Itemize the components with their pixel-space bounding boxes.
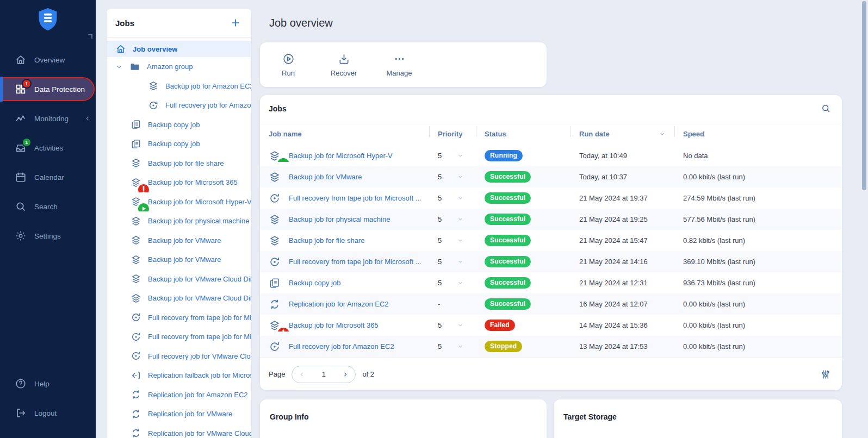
- sidebar-collapse-corner-icon[interactable]: [88, 34, 92, 39]
- tree-item-label: Backup job for Amazon EC2: [165, 82, 251, 90]
- collapse-chevron-icon[interactable]: [84, 115, 91, 122]
- column-header-job-name[interactable]: Job name: [269, 122, 429, 145]
- job-name-link[interactable]: Full recovery from tape job for Microsof…: [289, 258, 421, 266]
- tree-item-label: Backup job for VMware: [148, 255, 221, 264]
- group-info-title: Group Info: [270, 412, 537, 421]
- sidebar-item-help[interactable]: Help: [0, 373, 96, 395]
- table-row[interactable]: Backup job for physical machine5Successf…: [260, 209, 842, 230]
- tree-item-label: Replication job for Amazon EC2: [148, 391, 248, 399]
- sidebar-item-calendar[interactable]: Calendar: [0, 166, 96, 188]
- tree-item-replication-job-for-amazon-ec2[interactable]: Replication job for Amazon EC2: [107, 385, 251, 405]
- tree-item-backup-copy-job[interactable]: Backup copy job: [107, 134, 251, 154]
- sidebar-item-search[interactable]: Search: [0, 196, 96, 217]
- table-row[interactable]: Backup job for VMware5SuccessfulToday, a…: [260, 166, 842, 187]
- column-header-priority[interactable]: Priority: [429, 122, 476, 145]
- tree-item-replication-job-for-vmware-cloud-director[interactable]: Replication job for VMware Cloud Directo…: [107, 424, 251, 438]
- tree-item-backup-job-for-microsoft-365[interactable]: Backup job for Microsoft 365: [107, 173, 251, 192]
- table-row[interactable]: Backup copy job5Successful21 May 2024 at…: [260, 272, 842, 293]
- tree-item-job-overview[interactable]: Job overview: [107, 41, 251, 57]
- run-button[interactable]: Run: [268, 53, 309, 77]
- expander-chevron-down-icon[interactable]: [115, 63, 123, 71]
- tree-item-full-recovery-job-for-amazon-ec2[interactable]: Full recovery job for Amazon EC2: [107, 96, 251, 115]
- priority-dropdown-chevron-icon[interactable]: [457, 322, 464, 329]
- priority-dropdown-chevron-icon[interactable]: [457, 195, 464, 202]
- tree-item-backup-job-for-file-share[interactable]: Backup job for file share: [107, 154, 251, 173]
- priority-dropdown-chevron-icon[interactable]: [457, 237, 464, 244]
- job-name-link[interactable]: Backup job for file share: [289, 236, 364, 245]
- status-badge: Running: [485, 150, 523, 161]
- priority-dropdown-chevron-icon[interactable]: [457, 152, 464, 159]
- backup-job-icon: [131, 273, 141, 284]
- tree-item-backup-job-for-vmware-cloud-director[interactable]: Backup job for VMware Cloud Director: [107, 289, 251, 308]
- table-row[interactable]: Replication job for Amazon EC2-Successfu…: [260, 293, 842, 315]
- tree-item-backup-job-for-vmware[interactable]: Backup job for VMware: [107, 250, 251, 270]
- tree-item-amazon-group[interactable]: Amazon group: [107, 57, 251, 77]
- home-job-icon: [115, 43, 126, 54]
- sidebar-item-data-protection[interactable]: 1Data Protection: [0, 78, 94, 100]
- job-actions-toolbar: RunRecoverManage: [260, 42, 547, 87]
- tree-item-backup-job-for-physical-machine[interactable]: Backup job for physical machine: [107, 211, 251, 231]
- tree-item-full-recovery-job-for-vmware-cloud-director[interactable]: Full recovery job for VMware Cloud Direc…: [107, 347, 251, 366]
- priority-dropdown-chevron-icon[interactable]: [457, 258, 464, 265]
- priority-dropdown-chevron-icon[interactable]: [457, 279, 464, 286]
- running-badge-icon: [277, 158, 283, 162]
- sidebar-item-activities[interactable]: 1Activities: [0, 137, 96, 159]
- sidebar-item-monitoring[interactable]: Monitoring: [0, 108, 96, 129]
- sort-chevron-down-icon[interactable]: [659, 130, 666, 137]
- prev-page-button[interactable]: [292, 366, 312, 383]
- tree-item-backup-job-for-vmware[interactable]: Backup job for VMware: [107, 231, 251, 251]
- job-name-link[interactable]: Backup copy job: [289, 279, 340, 287]
- sidebar-item-logout[interactable]: Logout: [0, 402, 96, 424]
- table-row[interactable]: Backup job for file share5Successful21 M…: [260, 230, 842, 251]
- job-name-link[interactable]: Full recovery job for Amazon EC2: [289, 342, 394, 351]
- priority-dropdown-chevron-icon[interactable]: [457, 343, 464, 350]
- table-settings-sliders-icon[interactable]: [820, 369, 831, 380]
- sidebar-item-label: Monitoring: [34, 115, 69, 123]
- recover-button[interactable]: Recover: [323, 53, 364, 77]
- add-job-button[interactable]: [230, 17, 241, 29]
- table-row[interactable]: Backup job for Microsoft 3655Failed14 Ma…: [260, 315, 842, 336]
- table-search-icon[interactable]: [821, 103, 831, 114]
- priority-dropdown-chevron-icon[interactable]: [457, 216, 464, 223]
- speed-value: 0.82 kbit/s (last run): [674, 236, 833, 245]
- table-row[interactable]: Full recovery from tape job for Microsof…: [260, 187, 842, 209]
- tree-item-label: Replication failback job for Microsoft H…: [148, 371, 251, 379]
- priority-value: 5: [438, 236, 442, 245]
- job-name-link[interactable]: Backup job for Microsoft Hyper-V: [289, 152, 393, 160]
- job-name-link[interactable]: Backup job for VMware: [289, 173, 362, 181]
- job-name-link[interactable]: Backup job for physical machine: [289, 215, 390, 223]
- column-header-run-date[interactable]: Run date: [571, 122, 674, 145]
- sidebar-item-label: Logout: [34, 409, 57, 417]
- next-page-button[interactable]: [336, 366, 355, 383]
- tree-item-full-recovery-from-tape-job-for-microsoft-365[interactable]: Full recovery from tape job for Microsof…: [107, 308, 251, 328]
- running-badge-icon: [138, 203, 144, 209]
- jobs-table-card: Jobs Job namePriorityStatusRun dateSpeed…: [260, 95, 842, 390]
- priority-value: 5: [438, 194, 442, 202]
- sidebar-item-overview[interactable]: Overview: [0, 49, 96, 71]
- speed-value: 0.00 kbit/s (last run): [674, 173, 833, 181]
- tree-item-replication-failback-job-for-microsoft-hyper-v[interactable]: Replication failback job for Microsoft H…: [107, 366, 251, 385]
- job-name-link[interactable]: Backup job for Microsoft 365: [289, 321, 379, 329]
- page-input[interactable]: [312, 370, 336, 378]
- table-row[interactable]: Full recovery job for Amazon EC25Stopped…: [260, 336, 842, 357]
- column-header-speed[interactable]: Speed: [674, 122, 833, 145]
- tree-item-replication-job-for-vmware[interactable]: Replication job for VMware: [107, 404, 251, 424]
- tree-item-backup-job-for-microsoft-hyper-v[interactable]: Backup job for Microsoft Hyper-V: [107, 192, 251, 212]
- run-date: Today, at 10:49: [571, 152, 674, 160]
- job-name-link[interactable]: Replication job for Amazon EC2: [289, 300, 389, 308]
- page-scrollbar[interactable]: [862, 1, 866, 190]
- logout-icon: [15, 407, 27, 419]
- notification-badge: 1: [23, 139, 30, 146]
- sidebar-item-settings[interactable]: Settings: [0, 225, 96, 247]
- manage-button[interactable]: Manage: [379, 53, 420, 77]
- tree-item-backup-copy-job[interactable]: Backup copy job: [107, 115, 251, 135]
- tree-item-full-recovery-from-tape-job-for-microsoft-365[interactable]: Full recovery from tape job for Microsof…: [107, 327, 251, 347]
- tree-item-backup-job-for-amazon-ec2[interactable]: Backup job for Amazon EC2: [107, 77, 251, 96]
- column-header-status[interactable]: Status: [476, 122, 571, 145]
- table-row[interactable]: Full recovery from tape job for Microsof…: [260, 251, 842, 272]
- priority-dropdown-chevron-icon[interactable]: [457, 173, 464, 180]
- tree-item-backup-job-for-vmware-cloud-director[interactable]: Backup job for VMware Cloud Director: [107, 270, 251, 289]
- copy-job-icon: [269, 277, 281, 289]
- job-name-link[interactable]: Full recovery from tape job for Microsof…: [289, 194, 421, 202]
- table-row[interactable]: Backup job for Microsoft Hyper-V5Running…: [260, 145, 842, 166]
